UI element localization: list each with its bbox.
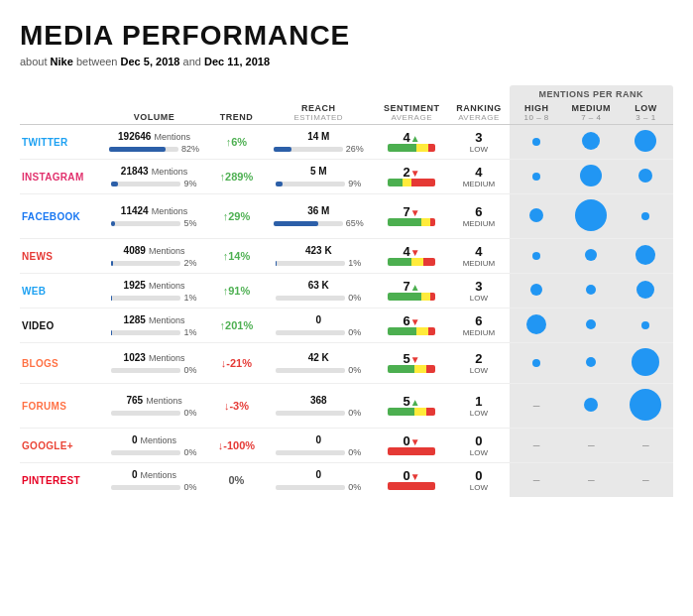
reach-cell: 5 M 9% xyxy=(262,160,375,194)
low-bubble-cell xyxy=(619,160,673,194)
medium-bubble-cell xyxy=(564,343,619,384)
trend-value: ↑29% xyxy=(223,210,251,222)
trend-cell: ↑91% xyxy=(210,274,262,308)
reach-value: 0 xyxy=(316,469,322,480)
reach-bar-bg xyxy=(276,411,345,416)
low-bubble xyxy=(641,212,649,220)
sentiment-cell: 7▲ xyxy=(375,274,448,308)
sentiment-bar xyxy=(388,327,435,335)
high-bubble-cell xyxy=(510,194,564,239)
channel-cell: NEWS xyxy=(20,239,98,274)
medium-bubble-cell xyxy=(564,308,619,343)
ranking-label: LOW xyxy=(452,366,505,375)
reach-cell: 0 0% xyxy=(262,429,375,463)
low-bubble-cell xyxy=(619,343,673,384)
high-bubble xyxy=(532,252,540,260)
reach-pct: 0% xyxy=(348,365,361,375)
sentiment-red xyxy=(388,447,435,455)
ranking-label: LOW xyxy=(452,409,505,418)
medium-bubble xyxy=(585,249,597,261)
volume-cell: 1023 Mentions 0% xyxy=(98,343,211,384)
ranking-number: 2 xyxy=(475,351,482,366)
trend-cell: ↑14% xyxy=(210,239,262,274)
ranking-cell: 4MEDIUM xyxy=(448,160,509,194)
sentiment-red xyxy=(423,258,435,266)
ranking-cell: 6MEDIUM xyxy=(448,308,509,343)
trend-cell: ↑6% xyxy=(210,125,262,160)
volume-cell: 1285 Mentions 1% xyxy=(98,308,211,343)
reach-header: REACH ESTIMATED xyxy=(262,101,375,125)
reach-value: 42 K xyxy=(308,352,329,363)
ranking-label: MEDIUM xyxy=(452,219,505,228)
low-bubble xyxy=(632,348,659,376)
medium-bubble xyxy=(586,357,596,367)
volume-cell: 0 Mentions 0% xyxy=(98,429,211,463)
ranking-number: 6 xyxy=(475,204,482,219)
medium-dash: – xyxy=(588,473,595,487)
volume-cell: 4089 Mentions 2% xyxy=(98,239,211,274)
high-dash: – xyxy=(533,399,540,413)
sentiment-arrow-down: ▼ xyxy=(410,436,420,447)
high-bubble xyxy=(532,359,540,367)
sentiment-number: 7 xyxy=(404,204,410,219)
reach-bar-bg xyxy=(276,450,345,455)
volume-bar-fill xyxy=(109,147,166,152)
medium-header: MEDIUM 7 – 4 xyxy=(564,101,619,125)
volume-header: VOLUME xyxy=(98,101,211,125)
sentiment-cell: 0▼ xyxy=(375,463,448,498)
sentiment-number: 0 xyxy=(404,468,410,483)
sentiment-number: 5 xyxy=(404,351,410,366)
medium-bubble xyxy=(586,319,596,329)
volume-bar-bg xyxy=(111,182,180,186)
reach-cell: 42 K 0% xyxy=(262,343,375,384)
sentiment-cell: 2▼ xyxy=(375,160,448,194)
trend-value: ↑91% xyxy=(223,285,251,297)
low-bubble-cell xyxy=(619,384,673,429)
brand-name: Nike xyxy=(51,56,73,67)
date-start: Dec 5, 2018 xyxy=(121,56,180,67)
volume-label: Mentions xyxy=(149,315,185,325)
medium-dash: – xyxy=(588,438,595,452)
medium-bubble-cell xyxy=(564,160,619,194)
sentiment-yellow xyxy=(416,327,428,335)
high-bubble xyxy=(529,208,543,222)
low-bubble-cell xyxy=(619,125,673,160)
reach-cell: 14 M 26% xyxy=(262,125,375,160)
low-header: LOW 3 – 1 xyxy=(619,101,673,125)
sentiment-red xyxy=(428,144,435,152)
sentiment-number: 6 xyxy=(404,313,410,328)
medium-bubble xyxy=(575,199,607,231)
trend-value: ↑201% xyxy=(220,319,254,331)
volume-bar-bg xyxy=(111,330,180,335)
medium-bubble xyxy=(580,165,602,186)
volume-label: Mentions xyxy=(141,435,177,445)
reach-pct: 1% xyxy=(348,258,361,268)
high-bubble xyxy=(530,284,542,296)
volume-pct: 1% xyxy=(184,327,197,337)
low-bubble xyxy=(635,245,655,265)
reach-cell: 0 0% xyxy=(262,463,375,498)
volume-pct: 0% xyxy=(184,365,197,375)
high-bubble-cell xyxy=(510,160,564,194)
volume-label: Mentions xyxy=(154,132,190,142)
sentiment-yellow xyxy=(403,179,412,186)
high-bubble-cell xyxy=(510,239,564,274)
reach-value: 36 M xyxy=(307,205,329,216)
volume-number: 11424 xyxy=(121,205,149,216)
channel-cell: PINTEREST xyxy=(20,463,98,498)
high-dash: – xyxy=(533,473,540,487)
medium-bubble-cell: – xyxy=(564,429,619,463)
sentiment-arrow-up: ▲ xyxy=(410,397,420,408)
sentiment-bar xyxy=(388,258,435,266)
reach-bar-bg xyxy=(276,368,345,373)
sentiment-number: 5 xyxy=(404,394,410,409)
low-bubble-cell xyxy=(619,274,673,308)
reach-pct: 9% xyxy=(348,179,361,188)
sentiment-green xyxy=(388,179,402,186)
low-bubble xyxy=(641,321,649,329)
volume-bar-bg xyxy=(109,147,178,152)
sentiment-yellow xyxy=(416,144,428,152)
column-headers: VOLUME TREND REACH ESTIMATED SENTIMENT A… xyxy=(20,101,673,125)
table-row: WEB1925 Mentions 1%↑91%63 K 0%7▲ 3LOW xyxy=(20,274,673,308)
trend-cell: ↓-3% xyxy=(210,384,262,429)
